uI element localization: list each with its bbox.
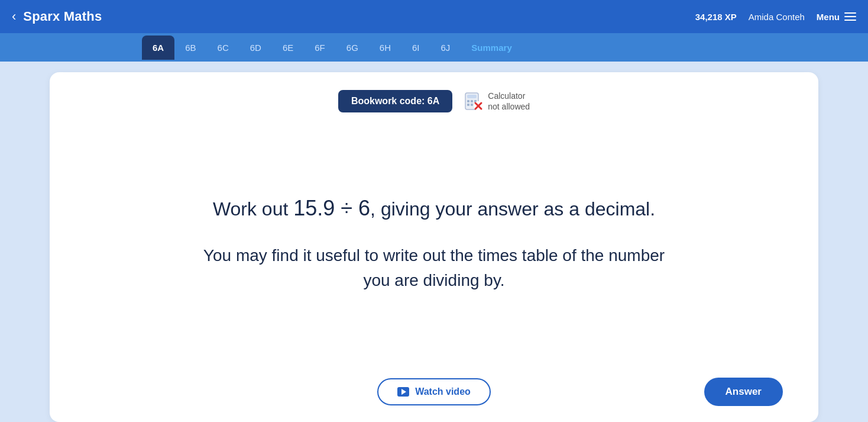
tab-6d[interactable]: 6D [239, 36, 272, 60]
user-name: Amida Conteh [749, 12, 805, 22]
tab-6e[interactable]: 6E [272, 36, 304, 60]
tab-6a[interactable]: 6A [142, 36, 174, 60]
svg-rect-6 [471, 104, 473, 106]
tab-6j[interactable]: 6J [430, 36, 461, 60]
header-left: ‹ Sparx Maths [12, 9, 102, 24]
menu-label: Menu [817, 12, 840, 22]
logo: Sparx Maths [23, 9, 102, 24]
calculator-badge: Calculatornot allowed [464, 91, 530, 112]
answer-button[interactable]: Answer [704, 378, 783, 406]
menu-button[interactable]: Menu [817, 12, 856, 22]
main-area: Bookwork code: 6A [0, 62, 868, 422]
svg-rect-5 [467, 104, 469, 106]
bottom-actions: Watch video Answer [85, 372, 783, 405]
watch-video-label: Watch video [415, 386, 471, 397]
top-badges: Bookwork code: 6A [338, 90, 530, 112]
tab-6i[interactable]: 6I [401, 36, 430, 60]
calculator-icon [464, 92, 483, 111]
svg-rect-2 [467, 100, 469, 102]
content-card: Bookwork code: 6A [50, 72, 818, 422]
xp-label: 34,218 XP [695, 12, 737, 22]
tabs-bar: 6A 6B 6C 6D 6E 6F 6G 6H 6I 6J Summary [0, 33, 868, 62]
tab-6f[interactable]: 6F [304, 36, 336, 60]
header: ‹ Sparx Maths 34,218 XP Amida Conteh Men… [0, 0, 868, 33]
svg-rect-3 [471, 100, 473, 102]
question-area: Work out 15.9 ÷ 6, giving your answer as… [85, 112, 783, 372]
tab-6g[interactable]: 6G [336, 36, 369, 60]
back-button[interactable]: ‹ [12, 10, 16, 23]
question-text: Work out 15.9 ÷ 6, giving your answer as… [213, 192, 655, 224]
tab-summary[interactable]: Summary [461, 36, 522, 60]
tab-6c[interactable]: 6C [207, 36, 239, 60]
tab-6h[interactable]: 6H [369, 36, 401, 60]
play-icon [397, 387, 409, 397]
calculator-not-allowed-text: Calculatornot allowed [488, 91, 530, 112]
bookwork-badge: Bookwork code: 6A [338, 90, 452, 112]
header-right: 34,218 XP Amida Conteh Menu [695, 12, 856, 22]
watch-video-button[interactable]: Watch video [377, 378, 491, 405]
svg-rect-1 [467, 95, 477, 98]
tab-6b[interactable]: 6B [174, 36, 206, 60]
hamburger-icon [844, 12, 856, 21]
question-hint: You may find it useful to write out the … [197, 243, 671, 293]
